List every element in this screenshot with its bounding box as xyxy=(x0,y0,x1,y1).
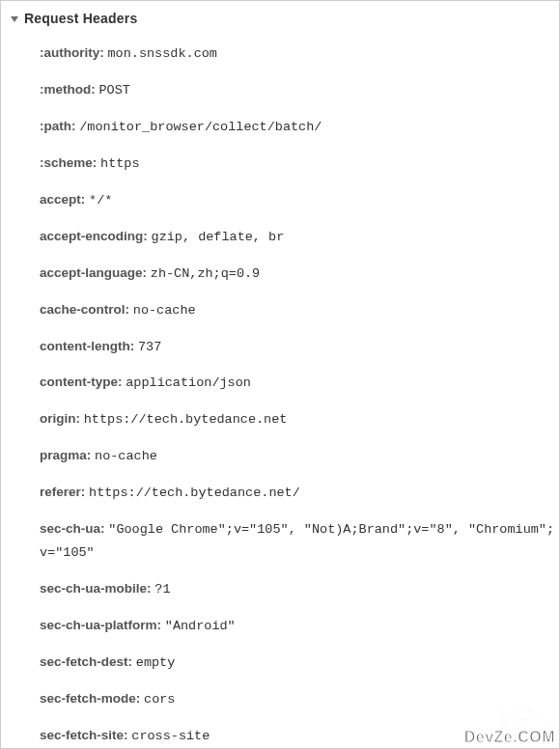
header-row: accept-encoding: gzip, deflate, br xyxy=(40,219,555,256)
header-row: origin: https://tech.bytedance.net xyxy=(40,402,555,438)
header-value: cross-site xyxy=(131,729,210,743)
header-name: :scheme: xyxy=(40,155,97,170)
header-value: gzip, deflate, br xyxy=(152,230,285,244)
header-value: */* xyxy=(89,193,112,208)
header-value: /monitor_browser/collect/batch/ xyxy=(79,120,322,134)
header-value: application/json xyxy=(126,375,251,390)
header-name: content-length: xyxy=(40,339,134,353)
header-row: sec-ch-ua-mobile: ?1 xyxy=(40,571,555,608)
header-value: 737 xyxy=(138,340,161,354)
header-row: accept-language: zh-CN,zh;q=0.9 xyxy=(40,256,555,292)
header-name: origin: xyxy=(40,411,80,426)
section-title: Request Headers xyxy=(24,11,137,26)
header-name: sec-fetch-dest: xyxy=(40,654,132,669)
header-row: sec-fetch-mode: cors xyxy=(40,681,555,718)
header-row: pragma: no-cache xyxy=(40,438,555,475)
header-name: :path: xyxy=(40,119,76,133)
header-value: POST xyxy=(99,83,130,97)
header-name: :authority: xyxy=(40,45,104,60)
header-row: content-length: 737 xyxy=(40,329,555,366)
header-row: cache-control: no-cache xyxy=(40,292,555,329)
header-row: :method: POST xyxy=(40,72,555,109)
header-name: accept-language: xyxy=(40,265,147,280)
header-row: sec-ch-ua-platform: "Android" xyxy=(40,608,555,645)
header-name: cache-control: xyxy=(40,302,129,317)
header-value: ?1 xyxy=(154,582,170,596)
header-row: sec-fetch-site: cross-site xyxy=(40,718,555,749)
header-value: zh-CN,zh;q=0.9 xyxy=(151,266,260,281)
header-row: accept: */* xyxy=(40,182,555,219)
header-name: sec-ch-ua-platform: xyxy=(40,618,161,632)
header-name: sec-ch-ua-mobile: xyxy=(40,581,152,596)
header-name: :method: xyxy=(40,82,96,97)
header-name: sec-ch-ua: xyxy=(40,521,105,536)
header-row: sec-ch-ua: "Google Chrome";v="105", "Not… xyxy=(40,512,555,571)
header-value: cors xyxy=(144,692,175,707)
headers-list: :authority: mon.snssdk.com:method: POST:… xyxy=(5,30,555,749)
header-row: :scheme: https xyxy=(40,146,555,182)
header-value: "Google Chrome";v="105", "Not)A;Brand";v… xyxy=(40,522,554,560)
header-value: empty xyxy=(136,655,176,670)
request-headers-toggle[interactable]: Request Headers xyxy=(5,7,555,30)
header-value: https xyxy=(100,156,140,171)
header-name: sec-fetch-site: xyxy=(40,728,128,742)
header-row: :path: /monitor_browser/collect/batch/ xyxy=(40,109,555,146)
header-value: https://tech.bytedance.net/ xyxy=(89,485,300,500)
header-name: accept: xyxy=(40,192,85,207)
header-name: content-type: xyxy=(40,374,123,389)
header-name: sec-fetch-mode: xyxy=(40,691,140,706)
header-value: "Android" xyxy=(165,619,236,633)
header-name: pragma: xyxy=(40,448,91,462)
header-row: referer: https://tech.bytedance.net/ xyxy=(40,475,555,512)
header-row: :authority: mon.snssdk.com xyxy=(40,36,555,72)
header-value: mon.snssdk.com xyxy=(108,46,217,61)
headers-panel: Request Headers :authority: mon.snssdk.c… xyxy=(1,1,559,749)
header-row: sec-fetch-dest: empty xyxy=(40,645,555,681)
header-name: referer: xyxy=(40,485,85,499)
header-name: accept-encoding: xyxy=(40,229,148,243)
disclosure-triangle-icon xyxy=(11,16,18,22)
header-value: no-cache xyxy=(95,449,157,463)
header-row: content-type: application/json xyxy=(40,365,555,402)
header-value: https://tech.bytedance.net xyxy=(84,412,288,427)
header-value: no-cache xyxy=(133,303,196,318)
